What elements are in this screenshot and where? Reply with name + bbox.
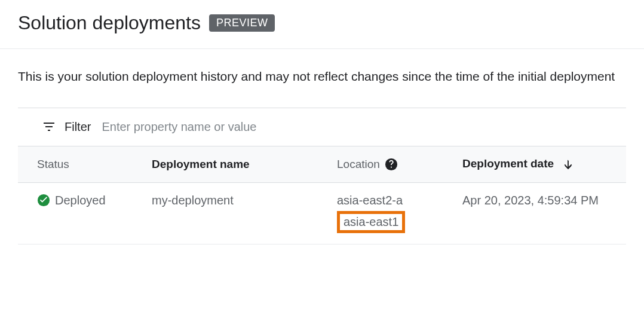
deployments-table: Status Deployment name Location: [18, 146, 626, 244]
location-value-highlighted: asia-east1: [337, 211, 405, 233]
column-header-status[interactable]: Status: [18, 146, 143, 182]
status-deployed-icon: [37, 194, 50, 207]
filter-label: Filter: [65, 120, 91, 134]
deployment-name-cell: my-deployment: [143, 182, 329, 244]
page-description: This is your solution deployment history…: [18, 67, 626, 86]
filter-icon: [42, 120, 56, 134]
page-title: Solution deployments: [18, 12, 201, 34]
status-text: Deployed: [55, 194, 106, 207]
location-cell: asia-east2-a asia-east1: [329, 182, 454, 244]
page-header: Solution deployments PREVIEW: [0, 0, 644, 49]
filter-input[interactable]: [99, 118, 619, 136]
preview-badge: PREVIEW: [209, 14, 275, 32]
deployment-date-cell: Apr 20, 2023, 4:59:34 PM: [454, 182, 626, 244]
column-header-deployment-date-label: Deployment date: [462, 157, 554, 170]
filter-bar: Filter: [18, 108, 626, 146]
column-header-location[interactable]: Location: [329, 146, 454, 182]
column-header-deployment-name[interactable]: Deployment name: [143, 146, 329, 182]
column-header-deployment-date[interactable]: Deployment date: [454, 146, 626, 182]
column-header-location-label: Location: [337, 158, 380, 171]
table-row[interactable]: Deployed my-deployment asia-east2-a asia…: [18, 182, 626, 244]
sort-descending-icon: [562, 156, 575, 173]
location-value: asia-east2-a: [337, 194, 446, 207]
help-icon[interactable]: [385, 158, 398, 171]
